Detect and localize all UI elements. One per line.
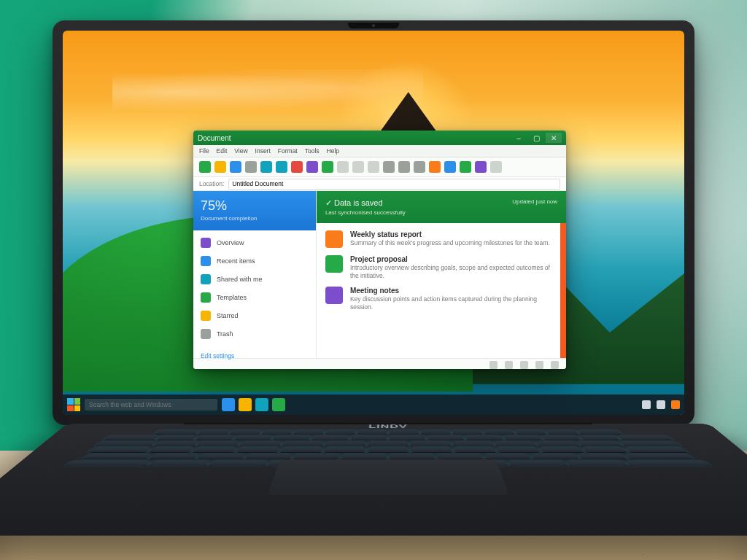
sidebar-item-icon	[201, 292, 211, 303]
hero-lead: ✓ Data is saved	[325, 198, 406, 208]
key	[197, 442, 239, 447]
sidebar-item-4[interactable]: Starred	[198, 309, 311, 322]
address-input[interactable]	[228, 179, 560, 190]
menu-format[interactable]: Format	[278, 147, 298, 155]
key	[66, 461, 150, 467]
redo-icon[interactable]	[276, 161, 287, 173]
key	[619, 435, 673, 440]
print-icon[interactable]	[245, 161, 257, 173]
sidebar-item-0[interactable]: Overview	[198, 236, 311, 249]
link-icon[interactable]	[444, 161, 456, 173]
key	[236, 448, 279, 453]
key	[390, 430, 419, 435]
maximize-button[interactable]: ▢	[528, 133, 544, 143]
sidebar-item-3[interactable]: Templates	[198, 291, 311, 304]
language-icon[interactable]	[505, 361, 513, 369]
key	[198, 430, 230, 435]
key	[149, 461, 209, 467]
key	[262, 430, 293, 435]
align-center-icon[interactable]	[398, 161, 410, 173]
sidebar-footer-link[interactable]: Edit settings	[193, 346, 316, 365]
minimize-button[interactable]: –	[511, 133, 527, 143]
italic-icon[interactable]	[352, 161, 364, 173]
zoom-icon[interactable]	[490, 161, 502, 173]
menu-file[interactable]: File	[199, 147, 209, 155]
taskbar-app-files[interactable]	[239, 398, 252, 411]
image-icon[interactable]	[460, 161, 471, 173]
toolbar	[193, 158, 566, 177]
sidebar-item-1[interactable]: Recent items	[198, 254, 311, 268]
sidebar-item-label: Templates	[217, 294, 247, 301]
menu-view[interactable]: View	[234, 147, 247, 155]
window-title: Document	[198, 134, 231, 142]
underline-icon[interactable]	[368, 161, 379, 173]
spellcheck-icon[interactable]	[489, 361, 498, 369]
taskbar-app-store[interactable]	[255, 398, 268, 411]
key	[484, 430, 514, 435]
key	[96, 442, 155, 447]
zoom-out-icon[interactable]	[520, 361, 528, 369]
new-icon[interactable]	[199, 161, 211, 173]
sidebar-item-icon	[201, 238, 211, 248]
key	[351, 435, 387, 440]
key	[546, 430, 578, 435]
sidebar-hero-caption: Document completion	[201, 215, 309, 222]
copy-icon[interactable]	[306, 161, 318, 173]
tray-volume-icon[interactable]	[657, 400, 665, 409]
taskbar-app-browser[interactable]	[222, 398, 235, 411]
feed-body: Summary of this week's progress and upco…	[350, 239, 551, 247]
key	[427, 435, 464, 440]
menu-help[interactable]: Help	[327, 147, 339, 155]
save-icon[interactable]	[230, 161, 241, 173]
key	[578, 454, 627, 459]
open-icon[interactable]	[214, 161, 226, 173]
page-icon[interactable]	[551, 361, 559, 369]
key	[515, 430, 546, 435]
feed-body: Introductory overview describing goals, …	[350, 264, 551, 279]
touchpad	[267, 459, 508, 495]
undo-icon[interactable]	[260, 161, 272, 173]
paste-icon[interactable]	[322, 161, 333, 173]
menu-tools[interactable]: Tools	[305, 147, 320, 155]
tray-action-center-icon[interactable]	[671, 400, 680, 409]
title-bar[interactable]: Document – ▢ ✕	[193, 131, 566, 145]
bold-icon[interactable]	[337, 161, 349, 173]
start-button[interactable]	[67, 398, 80, 411]
cut-icon[interactable]	[291, 161, 303, 173]
tray-network-icon[interactable]	[642, 400, 651, 409]
feed-title: Weekly status report	[350, 230, 551, 238]
feed-item-2[interactable]: Meeting notesKey discussion points and a…	[325, 287, 551, 311]
key	[282, 442, 323, 447]
list-icon[interactable]	[429, 161, 441, 173]
taskbar-search[interactable]	[85, 399, 217, 411]
key	[411, 448, 452, 453]
webcam	[348, 23, 399, 28]
feed-item-0[interactable]: Weekly status reportSummary of this week…	[325, 230, 551, 248]
photo-scene: Document – ▢ ✕ FileEditViewInsertFormatT…	[0, 0, 747, 560]
key	[209, 461, 268, 467]
key	[274, 435, 311, 440]
key	[621, 442, 681, 447]
laptop-screen: Document – ▢ ✕ FileEditViewInsertFormatT…	[63, 31, 684, 415]
key	[150, 454, 198, 459]
key	[89, 448, 150, 453]
key	[324, 448, 365, 453]
key	[583, 448, 627, 453]
zoom-in-icon[interactable]	[535, 361, 543, 369]
content-hero: ✓ Data is saved Last synchronised succes…	[317, 191, 566, 223]
menu-insert[interactable]: Insert	[255, 147, 271, 155]
table-icon[interactable]	[475, 161, 487, 173]
close-button[interactable]: ✕	[546, 133, 562, 143]
align-right-icon[interactable]	[414, 161, 425, 173]
sidebar-item-5[interactable]: Trash	[198, 327, 311, 341]
taskbar-app-mail[interactable]	[272, 398, 285, 411]
accent-strip	[560, 223, 566, 358]
menu-edit[interactable]: Edit	[217, 147, 228, 155]
laptop-base: LINDV	[53, 424, 724, 540]
feed-item-1[interactable]: Project proposalIntroductory overview de…	[325, 255, 551, 279]
key	[484, 454, 531, 459]
sidebar-item-2[interactable]: Shared with me	[198, 273, 311, 286]
sidebar-item-label: Trash	[217, 330, 233, 338]
key	[454, 448, 496, 453]
align-left-icon[interactable]	[383, 161, 395, 173]
